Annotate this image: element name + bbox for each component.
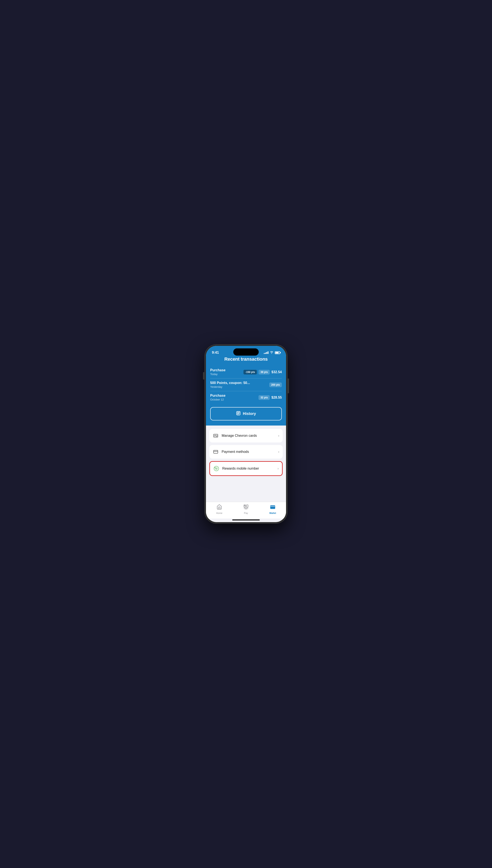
wallet-icon xyxy=(270,504,275,511)
home-indicator xyxy=(232,519,260,520)
svg-rect-13 xyxy=(270,505,275,509)
chevron-right-icon: › xyxy=(278,450,279,454)
pay-icon xyxy=(243,504,249,511)
svg-text:fo: fo xyxy=(214,467,216,468)
transaction-item: Purchase Today -150 pts 39 pts $32.54 xyxy=(210,366,282,378)
transaction-left: Purchase Today xyxy=(210,368,243,376)
home-icon xyxy=(217,504,222,511)
status-icons xyxy=(264,351,280,354)
pts-badge: 32 pts xyxy=(259,395,270,400)
manage-cards-icon xyxy=(213,433,219,439)
payment-methods-icon xyxy=(213,449,219,455)
payment-methods-label: Payment methods xyxy=(222,450,278,454)
transaction-amount: $32.54 xyxy=(271,370,282,374)
rewards-mobile-number-label: Rewards mobile number xyxy=(222,467,277,470)
chevron-right-icon: › xyxy=(278,434,279,438)
content-section: Manage Chevron cards › Payment methods › xyxy=(206,425,286,502)
transaction-left: 500 Points, coupon: 50... Yesterday xyxy=(210,381,269,389)
pts-badge: 200 pts xyxy=(269,382,282,387)
rewards-mobile-number-item[interactable]: U fo Rewards mobile number › xyxy=(210,461,282,476)
transaction-name: Purchase xyxy=(210,394,259,398)
battery-icon xyxy=(275,351,280,354)
payment-methods-item[interactable]: Payment methods › xyxy=(210,445,282,458)
nav-item-pay[interactable]: Pay xyxy=(239,504,253,514)
bottom-nav: Home Pay xyxy=(206,502,286,519)
transaction-right: -150 pts 39 pts $32.54 xyxy=(243,370,282,374)
svg-rect-11 xyxy=(246,505,248,507)
nav-pay-label: Pay xyxy=(244,512,248,514)
nav-item-wallet[interactable]: Wallet xyxy=(265,504,280,514)
transaction-date: Yesterday xyxy=(210,385,269,389)
transaction-date: Today xyxy=(210,373,243,376)
transaction-name: 500 Points, coupon: 50... xyxy=(210,381,269,385)
transaction-right: 200 pts xyxy=(269,382,282,387)
manage-chevron-cards-label: Manage Chevron cards xyxy=(222,434,278,438)
svg-text:U: U xyxy=(216,467,217,470)
manage-chevron-cards-item[interactable]: Manage Chevron cards › xyxy=(210,429,282,443)
pts-badge-positive: 39 pts xyxy=(259,370,270,374)
history-button-label: History xyxy=(243,412,256,416)
transaction-amount: $28.55 xyxy=(271,396,282,399)
nav-home-label: Home xyxy=(216,512,222,514)
chevron-right-icon: › xyxy=(277,467,279,470)
history-icon xyxy=(236,411,241,417)
dynamic-island xyxy=(233,348,259,355)
pts-badge-negative: -150 pts xyxy=(243,370,257,374)
page-title: Recent transactions xyxy=(210,356,282,366)
wifi-icon xyxy=(270,351,274,354)
signal-icon xyxy=(264,351,268,354)
phone-frame: 9:41 Recent transact xyxy=(205,345,287,523)
status-time: 9:41 xyxy=(212,350,219,355)
svg-point-12 xyxy=(245,505,245,506)
transaction-name: Purchase xyxy=(210,368,243,372)
transaction-right: 32 pts $28.55 xyxy=(259,395,282,400)
transaction-item: Purchase October 12 32 pts $28.55 xyxy=(210,391,282,404)
transaction-date: October 12 xyxy=(210,398,259,401)
svg-rect-5 xyxy=(214,450,218,453)
rewards-mobile-icon: U fo xyxy=(213,466,219,472)
history-button[interactable]: History xyxy=(210,407,282,420)
transaction-item: 500 Points, coupon: 50... Yesterday 200 … xyxy=(210,378,282,391)
transaction-left: Purchase October 12 xyxy=(210,394,259,401)
nav-item-home[interactable]: Home xyxy=(212,504,227,514)
nav-wallet-label: Wallet xyxy=(269,512,276,514)
phone-screen: 9:41 Recent transact xyxy=(206,346,286,522)
header-section: Recent transactions Purchase Today -150 … xyxy=(206,356,286,425)
